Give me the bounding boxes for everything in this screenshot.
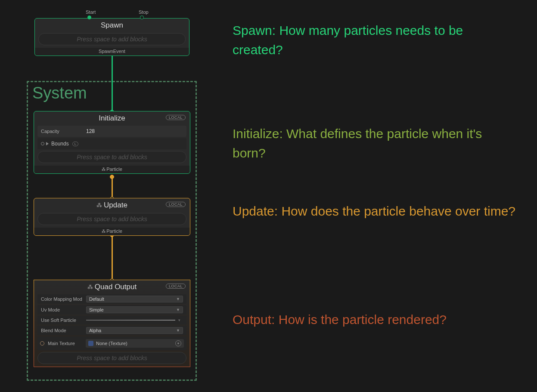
- particle-icon: ⁂: [96, 202, 102, 208]
- capacity-label: Capacity: [41, 129, 86, 134]
- port-start[interactable]: [87, 15, 91, 19]
- soft-label: Use Soft Particle: [41, 318, 86, 323]
- spawn-node[interactable]: Start Stop Spawn Press space to add bloc…: [34, 18, 189, 56]
- description-spawn: Spawn: How many particles needs to be cr…: [233, 21, 517, 59]
- connector-initialize-update: [112, 177, 113, 199]
- main-texture-row: Main Texture None (Texture): [37, 336, 186, 350]
- particle-icon: ⁂: [102, 229, 106, 234]
- chevron-down-icon: ▼: [176, 328, 180, 333]
- blend-dropdown[interactable]: Alpha▼: [86, 327, 183, 334]
- local-badge: LOCAL: [166, 284, 186, 289]
- texture-value: None (Texture): [96, 341, 127, 346]
- capacity-value[interactable]: 128: [86, 128, 95, 134]
- blend-mode-row: Blend Mode Alpha▼: [37, 326, 186, 335]
- output-node[interactable]: ⁂Quad Output LOCAL Color Mapping Mod Def…: [34, 280, 190, 367]
- spawn-output-label: SpawnEvent: [35, 48, 189, 56]
- add-blocks-area[interactable]: Press space to add blocks: [37, 151, 186, 163]
- cmm-label: Color Mapping Mod: [41, 296, 86, 302]
- chevron-down-icon: ▼: [176, 297, 180, 301]
- chevron-down-icon: ▼: [176, 308, 180, 312]
- add-blocks-area[interactable]: Press space to add blocks: [37, 352, 186, 364]
- uv-mode-row: Uv Mode Simple▼: [37, 305, 186, 315]
- update-node[interactable]: ⁂Update LOCAL Press space to add blocks …: [34, 198, 190, 236]
- spawn-input-ports: Start Stop: [35, 9, 189, 18]
- uv-dropdown[interactable]: Simple▼: [86, 306, 183, 313]
- picker-icon[interactable]: [175, 340, 181, 346]
- description-output: Output: How is the particle rendered?: [233, 310, 447, 329]
- spawn-title: Spawn: [35, 19, 189, 31]
- connector-port-out[interactable]: [110, 175, 114, 179]
- description-initialize: Initialize: What defines the particle wh…: [233, 124, 517, 163]
- initialize-node[interactable]: Initialize LOCAL Capacity 128 Bounds L P…: [34, 111, 190, 174]
- connector-update-output: [112, 235, 113, 281]
- initialize-output-label: ⁂Particle: [34, 166, 190, 173]
- texture-port[interactable]: [40, 341, 44, 346]
- bounds-l-badge: L: [72, 142, 78, 146]
- capacity-row: Capacity 128: [37, 126, 186, 137]
- connector-spawn-initialize: [112, 53, 113, 112]
- particle-icon: ⁂: [102, 167, 106, 172]
- uv-label: Uv Mode: [41, 307, 86, 312]
- description-update: Update: How does the particle behave ove…: [233, 201, 515, 221]
- cmm-dropdown[interactable]: Default▼: [86, 296, 183, 302]
- texture-label: Main Texture: [48, 341, 86, 346]
- vfx-graph-canvas[interactable]: System Start Stop Spawn Press space to a…: [0, 0, 537, 392]
- bounds-row: Bounds L: [37, 138, 186, 149]
- update-output-label: ⁂Particle: [34, 228, 190, 235]
- texture-swatch-icon: [88, 341, 93, 346]
- port-label-stop: Stop: [139, 9, 149, 15]
- chevron-down-icon: ▾: [178, 318, 180, 322]
- soft-particle-row: Use Soft Particle ▾: [37, 316, 186, 324]
- port-label-start: Start: [86, 9, 96, 15]
- local-badge: LOCAL: [166, 115, 186, 120]
- bounds-port[interactable]: [41, 142, 49, 145]
- system-label: System: [32, 84, 87, 102]
- texture-field[interactable]: None (Texture): [86, 339, 184, 348]
- color-mapping-row: Color Mapping Mod Default▼: [37, 294, 186, 304]
- blend-label: Blend Mode: [41, 328, 86, 333]
- add-blocks-area[interactable]: Press space to add blocks: [37, 213, 186, 225]
- add-blocks-area[interactable]: Press space to add blocks: [38, 33, 186, 45]
- particle-icon: ⁂: [87, 284, 93, 290]
- soft-particle-slider[interactable]: ▾: [86, 317, 183, 323]
- bounds-label: Bounds: [51, 141, 69, 147]
- local-badge: LOCAL: [166, 202, 186, 207]
- port-stop[interactable]: [140, 15, 144, 19]
